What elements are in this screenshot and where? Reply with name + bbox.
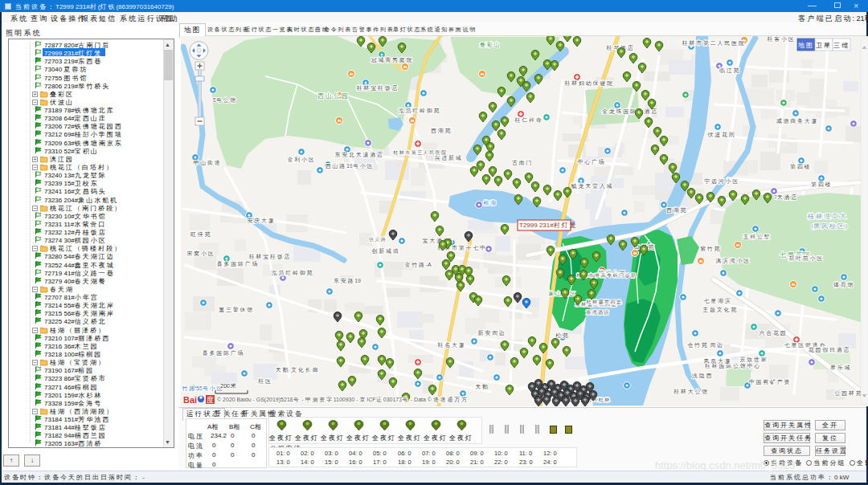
svg-text:第四楼: 第四楼 [790, 164, 811, 170]
svg-text:减塘商务大厦: 减塘商务大厦 [776, 118, 819, 124]
svg-text:东安北天潇酒店: 东安北天潇酒店 [334, 151, 383, 158]
svg-text:中国有矿产资: 中国有矿产资 [749, 379, 792, 385]
svg-text:桂林盛世四是: 桂林盛世四是 [586, 300, 623, 305]
svg-text:东安路19: 东安路19 [334, 278, 361, 284]
svg-text:西山路19号小区: 西山路19号小区 [326, 163, 374, 169]
svg-text:金竹路-A: 金竹路-A [404, 262, 432, 268]
svg-text:公园林苑: 公园林苑 [835, 390, 863, 397]
svg-text:榕湖: 榕湖 [483, 200, 497, 206]
svg-text:甲山街道: 甲山街道 [194, 160, 222, 166]
svg-text:200米: 200米 [220, 382, 238, 389]
svg-text:伏波花间: 伏波花间 [708, 132, 736, 138]
svg-text:紫竹苑: 紫竹苑 [700, 246, 721, 252]
svg-text:桂林宝桂饭店: 桂林宝桂饭店 [248, 253, 292, 259]
svg-text:© 2020 Baidu - GS(2019)5218号 -: © 2020 Baidu - GS(2019)5218号 - 甲测资字11009… [217, 396, 469, 403]
svg-text:桂林国际公馆中心: 桂林国际公馆中心 [704, 363, 761, 369]
svg-text:翠竹路55号小区: 翠竹路55号小区 [181, 385, 223, 392]
svg-text:临江苑: 临江苑 [719, 67, 740, 74]
svg-text:桂名大厦: 桂名大厦 [437, 342, 466, 348]
svg-text:摩乐城: 摩乐城 [830, 364, 851, 370]
svg-text:泓浩红岭御苑: 泓浩红岭御苑 [399, 108, 441, 114]
svg-text:桂客小区: 桂客小区 [767, 36, 796, 42]
svg-text:毓龙天堂入城: 毓龙天堂入城 [571, 183, 614, 190]
svg-text:金龙珠国际大酒店: 金龙珠国际大酒店 [602, 108, 658, 115]
svg-text:喜多国际广场: 喜多国际广场 [217, 261, 260, 267]
svg-text:桂区: 桂区 [257, 378, 272, 384]
svg-text:兴进新城: 兴进新城 [435, 154, 463, 161]
svg-text:喜多国际广场: 喜多国际广场 [203, 350, 245, 357]
svg-text:凤凰大厦: 凤凰大厦 [704, 358, 732, 365]
svg-text:体育馆: 体育馆 [833, 281, 854, 288]
svg-text:花园假日酒店: 花园假日酒店 [809, 346, 851, 353]
svg-text:天鹅 文化长廊: 天鹅 文化长廊 [276, 366, 319, 373]
svg-text:玉祥公墅: 玉祥公墅 [743, 234, 772, 240]
svg-text:T2999 231#村灯笼: T2999 231#村灯笼 [519, 222, 578, 229]
svg-text:桂林妇幼保健院: 桂林妇幼保健院 [563, 80, 613, 87]
svg-text:安庆大厦: 安庆大厦 [248, 218, 276, 224]
svg-text:景致世家: 景致世家 [740, 357, 768, 363]
svg-text:冠城青秀庭院: 冠城青秀庭院 [371, 57, 414, 63]
svg-text:7天酒店: 7天酒店 [774, 194, 798, 201]
svg-text:桂仁祥寺: 桂仁祥寺 [514, 117, 543, 123]
svg-text:浅隐西: 浅隐西 [691, 373, 713, 379]
svg-text:卫星: 卫星 [816, 42, 832, 49]
svg-text:叠彩山: 叠彩山 [480, 42, 501, 48]
svg-text:桂林市第三人民医院: 桂林市第三人民医院 [392, 149, 448, 156]
svg-text:中心广场: 中心广场 [578, 159, 606, 165]
svg-text:宋窝小区: 宋窝小区 [187, 251, 215, 256]
svg-text:金利小区: 金利小区 [288, 157, 316, 163]
svg-text:泓浩红岭御苑: 泓浩红岭御苑 [272, 270, 314, 276]
svg-text:信义路: 信义路 [369, 236, 387, 243]
svg-text:新安周边: 新安周边 [478, 329, 506, 336]
svg-text:西山公园: 西山公园 [317, 92, 350, 100]
svg-text:松苑: 松苑 [555, 332, 570, 339]
svg-text:仓竹苑 周边: 仓竹苑 周边 [687, 342, 724, 348]
svg-text:六合花园: 六合花园 [760, 330, 788, 336]
svg-text:第四楼: 第四楼 [811, 181, 832, 188]
svg-text:漓滨湾小区: 漓滨湾小区 [715, 257, 751, 264]
svg-text:桂林大公馆: 桂林大公馆 [673, 389, 709, 394]
svg-text:西湖苑: 西湖苑 [666, 207, 687, 214]
svg-text:西湖苑: 西湖苑 [431, 128, 452, 134]
svg-text:旺佳苑: 旺佳苑 [190, 231, 211, 238]
svg-text:Bai: Bai [183, 395, 197, 405]
svg-text:地图: 地图 [797, 42, 814, 49]
svg-text:郑吐前小区: 郑吐前小区 [788, 255, 824, 261]
svg-text:古南门: 古南门 [512, 160, 533, 166]
svg-text:重三擎休馆: 重三擎休馆 [219, 307, 254, 312]
svg-text:七星湖滨: 七星湖滨 [704, 297, 732, 304]
svg-text:三维: 三维 [833, 42, 850, 49]
svg-text:桂林市第二人民医院: 桂林市第二人民医院 [682, 39, 746, 47]
svg-text:桂林宝桂饭店: 桂林宝桂饭店 [356, 84, 399, 91]
svg-text:5号公馆: 5号公馆 [213, 97, 237, 103]
svg-text:度: 度 [207, 396, 215, 404]
svg-text:渔湾酒店: 渔湾酒店 [586, 309, 610, 316]
svg-text:天鹅: 天鹅 [475, 384, 489, 390]
svg-text:主题文化苑: 主题文化苑 [702, 306, 738, 313]
svg-text:(屏风校区): (屏风校区) [811, 222, 848, 230]
svg-text:创新城填: 创新城填 [372, 247, 400, 255]
svg-text:宁远河小区: 宁远河小区 [704, 178, 739, 185]
svg-text:桂林理工大: 桂林理工大 [807, 213, 848, 220]
